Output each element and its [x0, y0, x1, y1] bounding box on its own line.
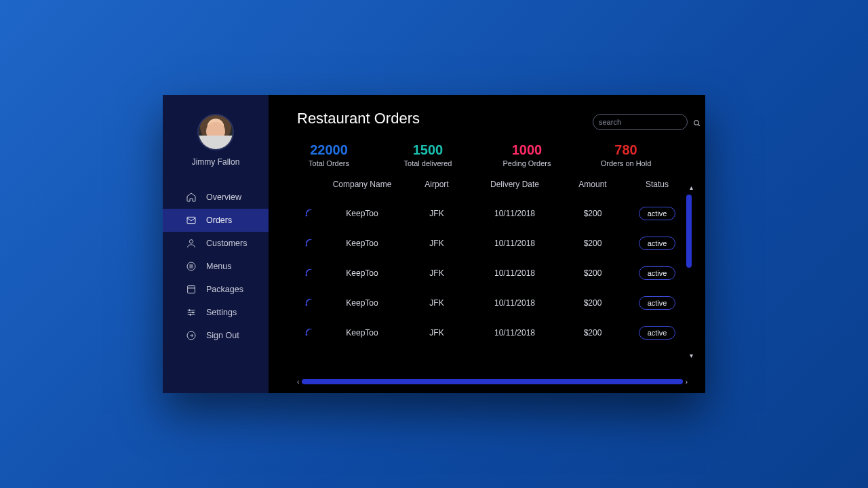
cell-date: 10/11/2018: [471, 268, 559, 278]
stat-label: Total Orders: [298, 159, 359, 167]
sidebar-item-signout[interactable]: Sign Out: [163, 324, 269, 347]
orders-table: Company Name Airport Delivery Date Amoun…: [297, 180, 688, 377]
sidebar-item-settings[interactable]: Settings: [163, 301, 269, 324]
satellite-icon: [304, 210, 314, 220]
cell-date: 10/11/2018: [471, 239, 559, 248]
sliders-icon: [186, 307, 197, 318]
satellite-icon: [304, 300, 314, 309]
menu-icon: [186, 261, 197, 272]
cell-amount: $200: [559, 268, 627, 278]
svg-point-6: [190, 314, 191, 315]
stats-row: 22000 Total Orders 1500 Total delivered …: [297, 142, 688, 167]
stat-value: 1000: [496, 142, 557, 158]
col-amount: Amount: [559, 180, 627, 189]
sidebar: Jimmy Fallon Overview Orders Customers: [163, 95, 269, 393]
stat-label: Total delivered: [397, 159, 458, 167]
sidebar-item-customers[interactable]: Customers: [163, 232, 269, 255]
scroll-down-arrow-icon[interactable]: ▾: [690, 352, 693, 359]
stat-total-delivered: 1500 Total delivered: [397, 142, 458, 167]
svg-point-9: [306, 215, 307, 216]
cell-amount: $200: [559, 239, 627, 248]
nav: Overview Orders Customers Menus: [163, 186, 269, 347]
status-badge[interactable]: active: [639, 207, 676, 220]
stat-total-orders: 22000 Total Orders: [298, 142, 359, 167]
main-content: Restaurant Orders 22000 Total Orders 150…: [269, 95, 705, 393]
sidebar-item-orders[interactable]: Orders: [163, 209, 269, 232]
satellite-icon: [304, 270, 314, 279]
status-badge[interactable]: active: [639, 237, 676, 250]
stat-value: 1500: [397, 142, 458, 158]
sidebar-item-label: Customers: [206, 239, 247, 248]
sidebar-item-overview[interactable]: Overview: [163, 186, 269, 209]
svg-point-5: [193, 312, 194, 313]
cell-company: KeepToo: [321, 209, 403, 218]
package-icon: [186, 284, 197, 295]
cell-amount: $200: [559, 328, 627, 338]
cell-company: KeepToo: [321, 298, 403, 308]
sidebar-item-label: Orders: [206, 216, 232, 225]
mail-icon: [186, 215, 197, 226]
col-airport: Airport: [403, 180, 471, 189]
cell-airport: JFK: [403, 239, 471, 248]
cell-company: KeepToo: [321, 268, 403, 278]
svg-point-13: [306, 334, 307, 336]
stat-label: Peding Orders: [496, 159, 557, 167]
svg-point-10: [306, 245, 307, 246]
stat-value: 22000: [298, 142, 359, 158]
header: Restaurant Orders: [297, 110, 688, 130]
cell-date: 10/11/2018: [471, 298, 559, 308]
cell-airport: JFK: [403, 298, 471, 308]
col-status: Status: [627, 180, 688, 189]
stat-pending-orders: 1000 Peding Orders: [496, 142, 557, 167]
vertical-scrollbar[interactable]: [686, 195, 692, 268]
sidebar-item-menus[interactable]: Menus: [163, 255, 269, 278]
svg-point-1: [189, 240, 193, 243]
table-row[interactable]: KeepTooJFK10/11/2018$200active: [297, 318, 688, 348]
home-icon: [186, 192, 197, 203]
table-row[interactable]: KeepTooJFK10/11/2018$200active: [297, 228, 688, 258]
svg-point-11: [306, 274, 307, 276]
sidebar-item-label: Menus: [206, 262, 232, 271]
svg-rect-0: [187, 217, 195, 223]
scroll-right-arrow-icon[interactable]: ›: [686, 378, 688, 386]
status-badge[interactable]: active: [639, 326, 676, 340]
user-icon: [186, 238, 197, 249]
sidebar-item-packages[interactable]: Packages: [163, 278, 269, 301]
scroll-up-arrow-icon[interactable]: ▴: [690, 184, 693, 191]
table-header: Company Name Airport Delivery Date Amoun…: [297, 180, 688, 199]
cell-amount: $200: [559, 298, 627, 308]
sidebar-item-label: Settings: [206, 308, 237, 317]
cell-date: 10/11/2018: [471, 328, 559, 338]
sidebar-item-label: Sign Out: [206, 331, 239, 340]
sidebar-item-label: Packages: [206, 285, 243, 294]
svg-point-4: [189, 310, 190, 311]
search-box[interactable]: [593, 114, 688, 130]
profile: Jimmy Fallon: [163, 95, 269, 179]
avatar[interactable]: [197, 114, 234, 150]
col-date: Delivery Date: [471, 180, 559, 189]
table-body: KeepTooJFK10/11/2018$200activeKeepTooJFK…: [297, 199, 688, 348]
svg-point-12: [306, 304, 307, 306]
horizontal-scrollbar-track[interactable]: [302, 379, 682, 384]
scroll-left-arrow-icon[interactable]: ‹: [297, 378, 299, 386]
horizontal-scrollbar[interactable]: ‹ ›: [297, 377, 688, 386]
satellite-icon: [304, 329, 314, 339]
sidebar-item-label: Overview: [206, 192, 241, 202]
satellite-icon: [304, 240, 314, 249]
table-row[interactable]: KeepTooJFK10/11/2018$200active: [297, 199, 688, 228]
cell-amount: $200: [559, 209, 627, 218]
stat-value: 780: [595, 142, 656, 158]
signout-icon: [186, 330, 197, 341]
table-row[interactable]: KeepTooJFK10/11/2018$200active: [297, 288, 688, 318]
profile-name: Jimmy Fallon: [192, 157, 240, 167]
status-badge[interactable]: active: [639, 296, 676, 310]
status-badge[interactable]: active: [639, 266, 676, 280]
cell-date: 10/11/2018: [471, 209, 559, 218]
search-input[interactable]: [599, 118, 692, 126]
col-company: Company Name: [321, 180, 403, 189]
app-window: Jimmy Fallon Overview Orders Customers: [163, 95, 705, 393]
cell-company: KeepToo: [321, 328, 403, 338]
search-icon: [692, 118, 701, 127]
table-row[interactable]: KeepTooJFK10/11/2018$200active: [297, 258, 688, 288]
cell-airport: JFK: [403, 328, 471, 338]
